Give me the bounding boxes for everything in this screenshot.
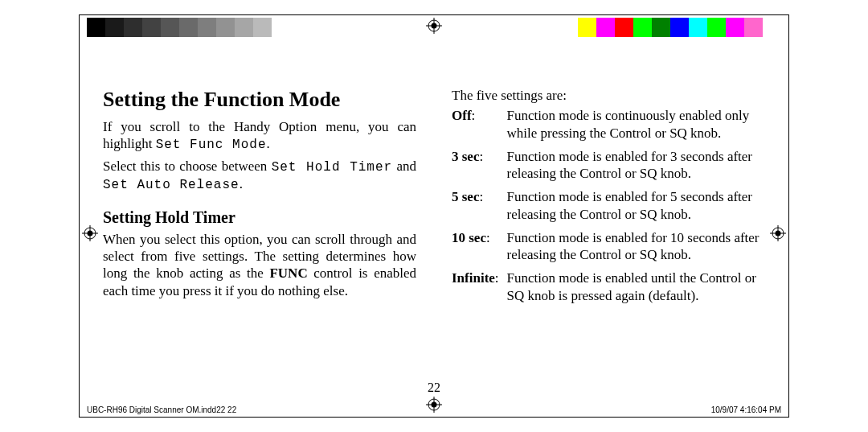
intro-text: The five settings are:	[452, 87, 765, 104]
swatch	[105, 18, 124, 37]
swatch	[652, 18, 670, 37]
paragraph: When you select this option, you can scr…	[103, 231, 416, 299]
settings-row: 10 sec:Function mode is enabled for 10 s…	[452, 229, 765, 270]
settings-key: 10 sec:	[452, 229, 507, 270]
paragraph: Select this to choose between Set Hold T…	[103, 158, 416, 193]
settings-desc: Function mode is enabled for 5 seconds a…	[507, 188, 765, 229]
swatch	[670, 18, 689, 37]
swatch	[87, 18, 105, 37]
swatch	[272, 18, 290, 37]
footer-filename: UBC-RH96 Digital Scanner OM.indd22 22	[87, 405, 236, 414]
swatch	[235, 18, 253, 37]
swatch	[763, 18, 781, 37]
left-column: Setting the Function Mode If you scroll …	[103, 87, 416, 384]
settings-row: Infinite:Function mode is enabled until …	[452, 269, 765, 311]
heading-sub: Setting Hold Timer	[103, 208, 416, 228]
lcd-text: Set Func Mode	[156, 138, 267, 152]
settings-key: 5 sec:	[452, 188, 507, 229]
settings-row: 3 sec:Function mode is enabled for 3 sec…	[452, 148, 765, 189]
swatch	[615, 18, 633, 37]
text: .	[266, 136, 269, 151]
paragraph: If you scroll to the Handy Option menu, …	[103, 118, 416, 153]
lcd-text: Set Auto Release	[103, 178, 240, 192]
settings-list: Off:Function mode is continuously enable…	[452, 107, 765, 311]
swatch	[124, 18, 142, 37]
swatch	[161, 18, 179, 37]
swatch	[726, 18, 744, 37]
swatch	[578, 18, 596, 37]
swatch	[689, 18, 707, 37]
text: .	[240, 176, 243, 191]
registration-mark-icon	[82, 225, 98, 241]
swatch	[253, 18, 272, 37]
page-number: 22	[428, 381, 440, 395]
settings-desc: Function mode is enabled until the Contr…	[507, 269, 765, 311]
text: and	[392, 158, 416, 174]
swatch	[707, 18, 726, 37]
swatch	[216, 18, 235, 37]
swatch	[179, 18, 198, 37]
settings-row: Off:Function mode is continuously enable…	[452, 107, 765, 148]
registration-mark-icon	[426, 18, 442, 34]
swatch	[744, 18, 763, 37]
registration-mark-icon	[426, 397, 442, 413]
swatch	[142, 18, 161, 37]
bold-text: FUNC	[269, 265, 307, 281]
settings-desc: Function mode is continuously enabled on…	[507, 107, 765, 148]
swatch	[198, 18, 216, 37]
settings-key: 3 sec:	[452, 148, 507, 189]
right-column: The five settings are: Off:Function mode…	[452, 87, 765, 384]
page-content: Setting the Function Mode If you scroll …	[103, 87, 765, 384]
settings-key: Infinite:	[452, 269, 507, 311]
settings-desc: Function mode is enabled for 10 seconds …	[507, 229, 765, 270]
grayscale-calibration-bar	[87, 18, 290, 37]
settings-row: 5 sec:Function mode is enabled for 5 sec…	[452, 188, 765, 229]
color-calibration-bar	[578, 18, 781, 37]
registration-mark-icon	[770, 225, 786, 241]
text: Select this to choose between	[103, 158, 272, 174]
footer-timestamp: 10/9/07 4:16:04 PM	[711, 405, 781, 414]
swatch	[596, 18, 615, 37]
swatch	[633, 18, 652, 37]
lcd-text: Set Hold Timer	[272, 160, 393, 175]
heading-main: Setting the Function Mode	[103, 87, 416, 113]
settings-key: Off:	[452, 107, 507, 148]
settings-desc: Function mode is enabled for 3 seconds a…	[507, 148, 765, 189]
